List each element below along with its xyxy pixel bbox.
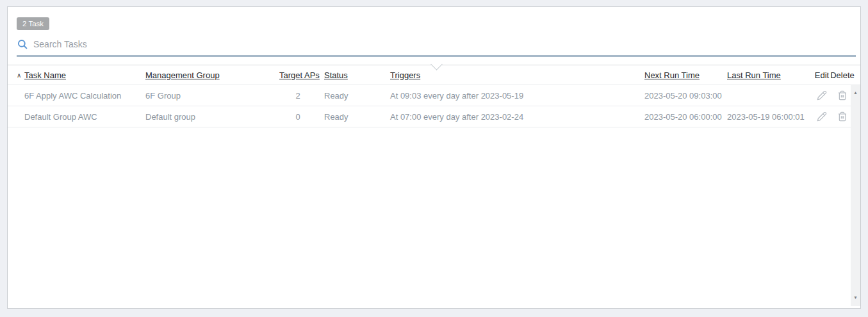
column-header-next-run-time[interactable]: Next Run Time [644,70,727,80]
column-header-label: Next Run Time [644,70,700,80]
column-header-delete: Delete [833,70,851,80]
cell-task-name: 6F Apply AWC Calculation [17,91,145,101]
task-row[interactable]: Default Group AWC Default group 0 Ready … [8,106,860,127]
delete-trash-icon[interactable] [837,111,848,122]
cell-management-group: Default group [145,112,279,122]
column-header-status[interactable]: Status [324,70,390,80]
vertical-scrollbar[interactable]: ▲ ▼ [851,85,860,306]
cell-last-run-time: 2023-05-19 06:00:01 [727,112,810,122]
column-header-label: Task Name [24,70,66,80]
task-row[interactable]: 6F Apply AWC Calculation 6F Group 2 Read… [8,85,860,106]
search-underline [17,55,856,57]
cell-target-aps: 2 [279,91,316,101]
cell-triggers: At 09:03 every day after 2023-05-19 [390,91,644,101]
sort-ascending-icon: ∧ [17,72,24,79]
column-header-label: Management Group [145,70,220,80]
column-header-management-group[interactable]: Management Group [145,70,279,80]
cell-task-name: Default Group AWC [17,112,145,122]
edit-pencil-icon[interactable] [817,111,827,122]
column-header-last-run-time[interactable]: Last Run Time [727,70,810,80]
cell-next-run-time: 2023-05-20 09:03:00 [644,91,727,101]
cell-triggers: At 07:00 every day after 2023-02-24 [390,112,644,122]
scroll-up-arrow-icon[interactable]: ▲ [851,87,860,97]
column-header-target-aps[interactable]: Target APs [279,70,316,80]
cell-management-group: 6F Group [145,91,279,101]
task-count-badge: 2 Task [17,17,49,30]
column-header-label: Status [324,70,348,80]
tasks-panel: 2 Task ∧ Task Name Management Group Targ… [7,6,861,309]
cell-target-aps: 0 [279,112,316,122]
search-icon [17,38,28,50]
delete-trash-icon[interactable] [837,90,848,101]
search-bar [17,35,851,53]
edit-pencil-icon[interactable] [817,90,827,101]
badge-row: 2 Task [17,17,860,30]
column-header-label: Target APs [279,70,320,80]
cell-status: Ready [324,112,390,122]
column-header-label: Edit [815,70,829,80]
scroll-down-arrow-icon[interactable]: ▼ [851,292,860,302]
cell-next-run-time: 2023-05-20 06:00:00 [644,112,727,122]
column-header-label: Delete [830,70,855,80]
column-header-triggers[interactable]: Triggers [390,70,644,80]
column-header-label: Last Run Time [727,70,781,80]
column-header-label: Triggers [390,70,420,80]
search-input[interactable] [33,39,851,49]
column-header-task-name[interactable]: ∧ Task Name [17,70,145,80]
cell-status: Ready [324,91,390,101]
